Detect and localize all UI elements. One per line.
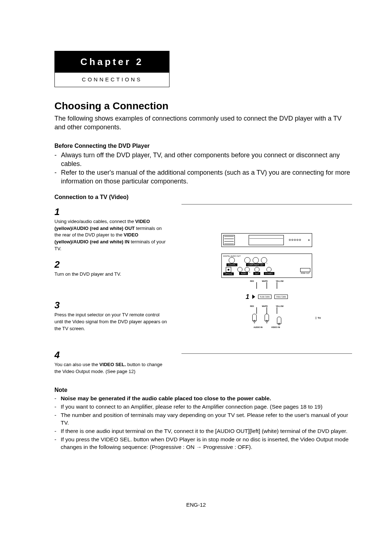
video-out-port-icon xyxy=(254,267,260,272)
step-marker-block: 1 Audio Cable Video Cable xyxy=(221,293,312,301)
step-1-text: Using video/audio cables, connect the VI… xyxy=(54,218,167,252)
triangle-icon xyxy=(252,295,255,299)
tv-plug-row: ® ® TV xyxy=(221,314,312,324)
plug-white-icon: ® xyxy=(265,314,269,324)
page: Chapter 2 CONNECTIONS Choosing a Connect… xyxy=(0,0,392,555)
before-item-2: Refer to the user's manual of the additi… xyxy=(61,168,352,186)
svideo-port-icon xyxy=(266,267,271,272)
connection-diagram: DIGITAL AUDIO OUT COAXIAL PR PB Y xyxy=(181,204,352,354)
section-heading: Connection to a TV (Video) xyxy=(54,194,352,200)
out-label: OUT xyxy=(253,272,260,275)
component-y-port-icon: Y xyxy=(261,257,267,263)
step-4-text: You can also use the VIDEO SEL. button t… xyxy=(54,361,167,375)
audio-in-label: AUDIO IN xyxy=(254,326,263,328)
step-2-text: Turn on the DVD player and TV. xyxy=(54,271,167,278)
two-column-layout: 1 Using video/audio cables, connect the … xyxy=(54,204,352,380)
disc-tray-icon xyxy=(249,235,284,245)
optical-port-icon xyxy=(226,267,231,272)
notes-section: Note Noise may be generated if the audio… xyxy=(54,387,352,451)
cable-lines-top xyxy=(221,282,312,289)
cable-lines-bottom xyxy=(221,307,312,314)
before-list: Always turn off the DVD player, TV, and … xyxy=(54,151,352,186)
hdmi-port-icon xyxy=(300,268,310,272)
component-pr-port-icon: PR xyxy=(244,257,250,263)
note-5: If you press the VIDEO SEL. button when … xyxy=(61,436,352,451)
hdmi-out-label: HDMI OUT xyxy=(301,272,310,274)
audio-label: AUDIO xyxy=(239,272,248,275)
component-pb-port-icon: PB xyxy=(253,257,259,263)
audio-l-port-icon: L xyxy=(237,267,242,272)
button-cluster-icon xyxy=(289,239,301,241)
step-3-number: 3 xyxy=(54,300,167,311)
video-in-label: VIDEO IN xyxy=(271,326,280,328)
svideo-label: S-VIDEO xyxy=(264,272,274,275)
note-heading: Note xyxy=(54,387,352,393)
note-4: If there is one audio input terminal on … xyxy=(61,428,347,435)
step-2-number: 2 xyxy=(54,259,167,270)
coaxial-label: COAXIAL xyxy=(226,263,237,266)
step-marker-number: 1 xyxy=(246,293,249,301)
audio-cable-label: Audio Cable xyxy=(258,295,271,299)
vent-icon xyxy=(223,235,235,245)
step-3-text: Press the input selector on your TV remo… xyxy=(54,312,167,332)
plug-red-icon: ® xyxy=(252,314,257,324)
red-label: RED xyxy=(250,280,254,282)
page-title: Choosing a Connection xyxy=(54,100,352,112)
intro-text: The following shows examples of connecti… xyxy=(54,114,352,132)
tv-in-labels: AUDIO IN VIDEO IN xyxy=(221,326,312,328)
video-cable-label: Video Cable xyxy=(274,295,288,299)
step-4-number: 4 xyxy=(54,349,167,361)
note-list: Noise may be generated if the audio cabl… xyxy=(54,395,352,451)
audio-r-port-icon: R xyxy=(245,267,250,272)
before-item-1: Always turn off the DVD player, TV, and … xyxy=(61,151,352,169)
chapter-label: Chapter 2 xyxy=(55,51,169,73)
before-heading: Before Connecting the DVD Player xyxy=(54,143,352,149)
chapter-block: Chapter 2 CONNECTIONS xyxy=(54,51,170,87)
tv-label: TV xyxy=(316,317,321,319)
steps-column: 1 Using video/audio cables, connect the … xyxy=(54,204,167,380)
chapter-subtitle: CONNECTIONS xyxy=(55,73,169,87)
dvd-rear-view xyxy=(221,233,312,247)
note-1: Noise may be generated if the audio cabl… xyxy=(61,395,271,402)
optical-label: OPTICAL xyxy=(223,272,234,275)
diagram-column: DIGITAL AUDIO OUT COAXIAL PR PB Y xyxy=(181,204,352,380)
coaxial-port-icon xyxy=(229,257,235,263)
step-1-number: 1 xyxy=(54,206,167,218)
note-3: The number and position of terminals may… xyxy=(61,412,352,427)
rear-port-panel: DIGITAL AUDIO OUT COAXIAL PR PB Y xyxy=(221,254,312,278)
plug-yellow-icon xyxy=(277,317,281,324)
power-dot-icon xyxy=(308,239,310,241)
note-2: If you want to connect to an Amplifier, … xyxy=(61,403,322,411)
page-footer: ENG-12 xyxy=(0,502,392,508)
